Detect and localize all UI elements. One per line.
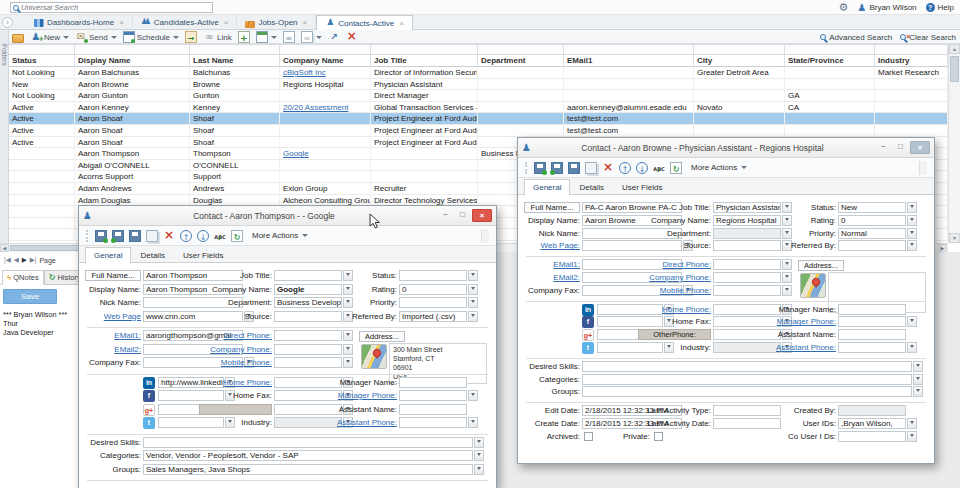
table-row[interactable]: ActiveAaron KenneyKenney20/20 Assessment… — [9, 102, 948, 114]
private-checkbox[interactable] — [654, 432, 663, 441]
next-page-icon[interactable]: ▶ — [22, 256, 27, 264]
field-input[interactable] — [838, 431, 906, 442]
grid-filter-cell[interactable] — [694, 44, 785, 55]
field-input[interactable] — [838, 329, 906, 340]
linkedin-icon[interactable] — [582, 304, 594, 316]
dropdown-button[interactable] — [343, 330, 353, 341]
folder-button[interactable] — [12, 32, 24, 43]
doc-add-button[interactable] — [238, 31, 250, 43]
window-close-button[interactable] — [472, 209, 492, 222]
advanced-search-button[interactable]: Advanced Search — [820, 33, 892, 42]
field-label[interactable]: Mobile Phone: — [638, 285, 711, 297]
grid-filter-cell[interactable] — [564, 44, 694, 55]
help-button[interactable]: ? Help — [926, 3, 954, 12]
toolbar-overflow-button[interactable] — [481, 229, 489, 243]
field-input[interactable]: 0 — [399, 284, 467, 295]
scroll-left-icon[interactable]: ◀ — [0, 244, 9, 252]
schedule-button[interactable]: Schedule — [123, 31, 179, 43]
tab-dashboard[interactable]: Dashboards-Home — [26, 15, 133, 30]
scroll-right-icon[interactable]: ▶ — [938, 244, 947, 252]
window-maximize-button[interactable] — [455, 209, 470, 222]
dropdown-button[interactable] — [913, 374, 923, 385]
linkedin-icon[interactable] — [143, 377, 155, 389]
grid-column-header[interactable]: Job Title — [371, 55, 478, 67]
link-button[interactable]: Link — [203, 31, 232, 43]
dropdown-button[interactable] — [907, 202, 917, 213]
table-row[interactable]: Not LookingAaron BalchunasBalchunascBigS… — [9, 67, 948, 79]
dropdown-button[interactable] — [474, 450, 484, 461]
universal-search-box[interactable] — [10, 2, 213, 13]
dropdown-button[interactable] — [474, 464, 484, 475]
grid-column-header[interactable]: Company Name — [280, 55, 371, 67]
export-icon[interactable] — [231, 230, 243, 242]
scroll-up-icon[interactable]: ▲ — [949, 44, 960, 54]
field-label[interactable]: Direct Phone: — [199, 330, 272, 342]
field-label[interactable]: Manager Phone: — [766, 316, 836, 328]
dialog-tab-user-fields[interactable]: User Fields — [613, 179, 671, 196]
field-input[interactable] — [274, 344, 342, 355]
scroll-down-icon[interactable] — [636, 162, 648, 174]
first-page-icon[interactable]: |◀ — [4, 256, 11, 264]
save-alt-icon[interactable] — [551, 162, 563, 174]
field-input[interactable] — [399, 404, 467, 415]
twitter-icon[interactable] — [582, 342, 594, 354]
field-input[interactable]: Vendor, Vendor - Peoplesoft, Vendor - SA… — [143, 450, 473, 461]
universal-search-input[interactable] — [21, 3, 210, 12]
facebook-icon[interactable] — [582, 316, 594, 328]
field-input[interactable] — [399, 377, 467, 388]
other-phone-chip[interactable] — [199, 404, 272, 415]
grid-column-header[interactable]: Last Name — [190, 55, 280, 67]
field-label[interactable]: Home Phone: — [638, 304, 711, 316]
field-input[interactable] — [838, 240, 906, 251]
field-input[interactable]: ,Bryan Wilson, — [838, 418, 906, 429]
field-input[interactable] — [582, 374, 912, 385]
grid-filter-cell[interactable] — [190, 44, 280, 55]
field-input[interactable] — [582, 361, 912, 372]
delete-icon[interactable] — [602, 162, 614, 174]
table-row[interactable]: NewAaron BrowneBrowneRegions HospitalPhy… — [9, 79, 948, 91]
qnotes-tab[interactable]: QNotes — [2, 270, 44, 285]
window-maximize-button[interactable] — [893, 141, 908, 154]
save-button[interactable]: Save — [3, 289, 57, 304]
tab-jobs[interactable]: Jobs-Open — [237, 15, 316, 30]
field-input[interactable] — [399, 270, 467, 281]
field-label[interactable]: Direct Phone: — [638, 259, 711, 271]
field-label[interactable]: Manager Phone: — [327, 390, 397, 402]
dropdown-button[interactable] — [468, 297, 478, 308]
window-close-button[interactable] — [910, 141, 930, 154]
grid-column-header[interactable]: City — [694, 55, 785, 67]
grid-column-header[interactable]: Status — [9, 55, 75, 67]
table-row[interactable]: Not LookingAaron GuntonGuntonDirect Mana… — [9, 90, 948, 102]
other-phone-chip[interactable]: OtherPhone: — [638, 329, 711, 340]
import-button[interactable] — [185, 31, 197, 43]
field-label[interactable]: Company Phone: — [199, 344, 272, 356]
field-input[interactable]: 0 — [838, 215, 906, 226]
spell-check-icon[interactable] — [653, 162, 665, 174]
table-row[interactable]: ActiveAaron ShoafShoafProject Engineer a… — [9, 125, 948, 137]
dropdown-button[interactable] — [907, 418, 917, 429]
field-label[interactable]: Home Phone: — [199, 377, 272, 389]
grid-filter-cell[interactable] — [9, 44, 75, 55]
vertical-scroll-thumb[interactable] — [950, 56, 959, 82]
field-input[interactable] — [399, 390, 467, 401]
grid-filter-cell[interactable] — [280, 44, 371, 55]
tab-close-icon[interactable] — [224, 18, 229, 27]
dialog-tab-user-fields[interactable]: User Fields — [174, 247, 232, 264]
grid-filter-cell[interactable] — [875, 44, 948, 55]
grid-column-header[interactable]: EMail1 — [564, 55, 694, 67]
field-input[interactable]: Sales Managers, Java Shops — [143, 464, 473, 475]
prev-page-icon[interactable]: ◀ — [14, 256, 19, 264]
tab-close-icon[interactable] — [303, 18, 308, 27]
dialog-title-bar[interactable]: ♟Contact - Aaron Thompson - - Google — [79, 206, 496, 226]
dropdown-button[interactable] — [468, 284, 478, 295]
googleplus-icon[interactable] — [582, 329, 594, 341]
twitter-icon[interactable] — [143, 417, 155, 429]
grid-cal-button[interactable] — [256, 31, 277, 43]
field-label[interactable]: Mobile Phone: — [199, 357, 272, 369]
dropdown-button[interactable] — [468, 390, 478, 401]
gear-icon[interactable]: ⚙ — [839, 2, 849, 13]
tab-close-icon[interactable] — [399, 19, 404, 28]
copy-icon[interactable] — [585, 162, 597, 174]
field-label[interactable]: Assistant Phone: — [327, 417, 397, 429]
field-label[interactable]: EMail2: — [520, 272, 580, 284]
